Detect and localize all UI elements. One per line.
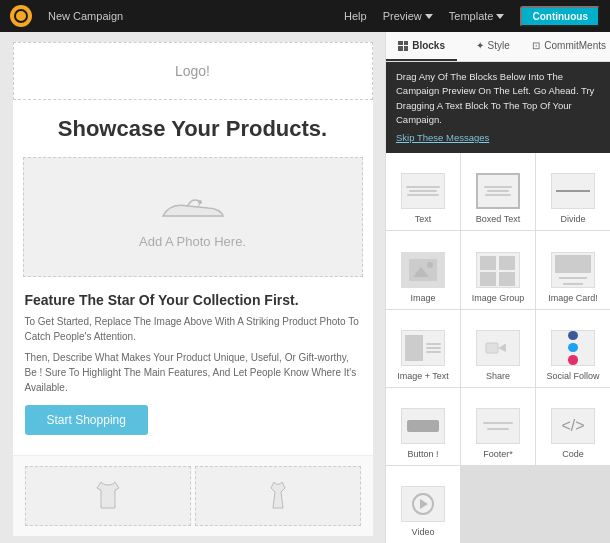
- block-footer[interactable]: Footer*: [461, 388, 535, 465]
- block-image-card[interactable]: Image Card!: [536, 231, 610, 308]
- feature-section: Feature The Star Of Your Collection Firs…: [13, 282, 373, 455]
- headline-text: Showcase Your Products.: [23, 116, 363, 142]
- block-image-text[interactable]: Image + Text: [386, 310, 460, 387]
- products-row: [13, 455, 373, 536]
- feature-title: Feature The Star Of Your Collection Firs…: [25, 292, 361, 308]
- block-social-follow[interactable]: Social Follow: [536, 310, 610, 387]
- image-preview: [401, 252, 445, 288]
- block-social-label: Social Follow: [546, 371, 599, 381]
- social-follow-preview: [551, 330, 595, 366]
- block-button[interactable]: Button !: [386, 388, 460, 465]
- feature-desc-2: Then, Describe What Makes Your Product U…: [25, 350, 361, 395]
- block-code-label: Code: [562, 449, 584, 459]
- top-nav: New Campaign Help Preview Template Conti…: [0, 0, 610, 32]
- style-icon: ✦: [476, 40, 484, 51]
- feature-desc-1: To Get Started, Replace The Image Above …: [25, 314, 361, 344]
- headline-area[interactable]: Showcase Your Products.: [13, 100, 373, 152]
- block-image-card-label: Image Card!: [548, 293, 598, 303]
- boxed-text-preview: [476, 173, 520, 209]
- product-item-1[interactable]: [25, 466, 191, 526]
- image-text-preview: [401, 330, 445, 366]
- commitments-icon: ⊡: [532, 40, 540, 51]
- tooltip-message: Drag Any Of The Blocks Below Into The Ca…: [386, 62, 610, 153]
- block-button-label: Button !: [407, 449, 438, 459]
- preview-menu[interactable]: Preview: [383, 10, 433, 22]
- image-card-preview: [551, 252, 595, 288]
- logo-placeholder-text: Logo!: [175, 63, 210, 79]
- block-divider[interactable]: Divide: [536, 153, 610, 230]
- panel-tabs: Blocks ✦ Style ⊡ CommitMents: [386, 32, 610, 62]
- image-group-preview: [476, 252, 520, 288]
- play-circle: [412, 493, 434, 515]
- block-share[interactable]: Share: [461, 310, 535, 387]
- preview-chevron: [425, 14, 433, 19]
- block-boxed-label: Boxed Text: [476, 214, 520, 224]
- blocks-grid-icon: [398, 41, 408, 51]
- block-text[interactable]: Text: [386, 153, 460, 230]
- block-divider-label: Divide: [560, 214, 585, 224]
- skip-messages-link[interactable]: Skip These Messages: [396, 131, 600, 145]
- shoe-icon: [158, 186, 228, 226]
- dress-icon: [263, 478, 293, 514]
- share-icon: [484, 337, 512, 359]
- play-triangle: [420, 499, 428, 509]
- cta-button[interactable]: Start Shopping: [25, 405, 148, 435]
- tab-blocks[interactable]: Blocks: [386, 32, 457, 61]
- main-layout: Logo! Showcase Your Products. Add A Phot…: [0, 32, 610, 543]
- divider-preview: [551, 173, 595, 209]
- campaign-editor: Logo! Showcase Your Products. Add A Phot…: [0, 32, 385, 543]
- video-preview: [401, 486, 445, 522]
- block-video[interactable]: Video: [386, 466, 460, 543]
- new-campaign-link[interactable]: New Campaign: [48, 10, 123, 22]
- right-panel: Blocks ✦ Style ⊡ CommitMents Drag Any Of…: [385, 32, 610, 543]
- footer-preview: [476, 408, 520, 444]
- svg-rect-1: [486, 343, 498, 353]
- tshirt-icon: [93, 478, 123, 514]
- template-chevron: [496, 14, 504, 19]
- block-share-label: Share: [486, 371, 510, 381]
- photo-area[interactable]: Add A Photo Here.: [23, 157, 363, 277]
- text-preview: [401, 173, 445, 209]
- block-footer-label: Footer*: [483, 449, 513, 459]
- email-container: Logo! Showcase Your Products. Add A Phot…: [13, 42, 373, 536]
- block-image[interactable]: Image: [386, 231, 460, 308]
- code-brackets-icon: </>: [561, 418, 584, 434]
- logo-area[interactable]: Logo!: [13, 42, 373, 100]
- tab-commitments[interactable]: ⊡ CommitMents: [528, 32, 610, 61]
- block-video-label: Video: [412, 527, 435, 537]
- tab-style[interactable]: ✦ Style: [457, 32, 528, 61]
- block-code[interactable]: </> Code: [536, 388, 610, 465]
- block-image-text-label: Image + Text: [397, 371, 449, 381]
- block-image-group-label: Image Group: [472, 293, 525, 303]
- block-text-label: Text: [415, 214, 432, 224]
- photo-placeholder-text: Add A Photo Here.: [139, 234, 246, 249]
- block-image-group[interactable]: Image Group: [461, 231, 535, 308]
- share-preview: [476, 330, 520, 366]
- code-preview: </>: [551, 408, 595, 444]
- continuous-button[interactable]: Continuous: [520, 6, 600, 27]
- button-preview: [401, 408, 445, 444]
- help-link[interactable]: Help: [344, 10, 367, 22]
- block-boxed-text[interactable]: Boxed Text: [461, 153, 535, 230]
- block-image-label: Image: [410, 293, 435, 303]
- template-menu[interactable]: Template: [449, 10, 505, 22]
- product-item-2[interactable]: [195, 466, 361, 526]
- mailchimp-logo: [10, 5, 32, 27]
- blocks-grid: Text Boxed Text Divide: [386, 153, 610, 543]
